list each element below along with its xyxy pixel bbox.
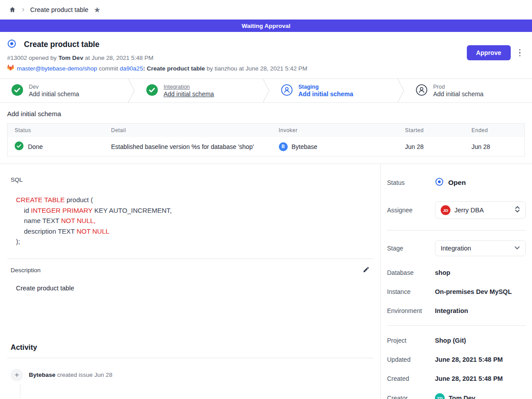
pipeline-stage-bar: Dev Add initial schema Integration Add i… bbox=[0, 78, 532, 103]
issue-title: Create product table bbox=[24, 40, 99, 49]
database-label: Database bbox=[387, 269, 435, 276]
sql-label: SQL bbox=[11, 176, 373, 183]
issue-sidebar: Status Open Assignee JD Jerry DBA bbox=[380, 164, 532, 399]
stage-separator bbox=[262, 79, 270, 102]
creator-label: Creator bbox=[387, 395, 435, 399]
open-status-icon bbox=[435, 177, 444, 188]
bytebase-issue-page: Create product table ★ Waiting Approval … bbox=[0, 0, 532, 399]
edit-pencil-icon[interactable] bbox=[363, 266, 370, 275]
divider bbox=[7, 258, 373, 259]
stage-task-label: Add initial schema bbox=[433, 90, 484, 98]
more-actions-menu[interactable] bbox=[517, 47, 523, 59]
stage-label: Stage bbox=[387, 245, 435, 252]
description-label: Description bbox=[11, 267, 41, 274]
chevron-down-icon bbox=[514, 244, 520, 252]
status-label: Status bbox=[387, 179, 435, 186]
task-status: Done bbox=[28, 143, 43, 150]
activity-title: Activity bbox=[11, 343, 373, 352]
stage-env-label: Integration bbox=[164, 84, 214, 90]
stage-integration[interactable]: Integration Add initial schema bbox=[135, 79, 262, 102]
task-table: Status Detail Invoker Started Ended Done bbox=[7, 123, 525, 156]
status-value: Open bbox=[448, 179, 466, 187]
creator-value: Tom Dev bbox=[449, 395, 475, 399]
invoker-name: Bytebase bbox=[292, 143, 317, 150]
stage-pending-approval-icon bbox=[281, 84, 293, 98]
updown-chevron-icon bbox=[515, 206, 520, 215]
sql-code: CREATE TABLE product (id INTEGER PRIMARY… bbox=[16, 195, 373, 247]
commit-hash-link[interactable]: da90a25 bbox=[120, 65, 143, 72]
commit-branch-link[interactable]: master@bytebase-demo/shop bbox=[17, 65, 97, 72]
invoker-avatar: B bbox=[279, 142, 288, 151]
environment-value: Integration bbox=[435, 307, 468, 314]
breadcrumb: Create product table ★ bbox=[0, 0, 532, 20]
project-value: Shop (Git) bbox=[435, 337, 466, 344]
stage-staging[interactable]: Staging Add initial schema bbox=[270, 79, 397, 102]
stage-separator bbox=[128, 79, 135, 102]
assignee-select[interactable]: JD Jerry DBA bbox=[435, 201, 526, 219]
task-section: Add initial schema Status Detail Invoker… bbox=[0, 103, 532, 164]
gitlab-icon bbox=[7, 64, 14, 72]
assignee-label: Assignee bbox=[387, 207, 435, 214]
created-value: June 28, 2021 5:48 PM bbox=[435, 375, 503, 382]
divider bbox=[387, 325, 526, 326]
stage-value: Integration bbox=[441, 245, 510, 252]
favorite-star-icon[interactable]: ★ bbox=[94, 5, 100, 15]
issue-open-icon bbox=[7, 39, 16, 50]
task-started: Jun 28 bbox=[398, 137, 465, 156]
breadcrumb-title: Create product table bbox=[30, 6, 88, 13]
commit-line: master@bytebase-demo/shop commit da90a25… bbox=[7, 64, 525, 72]
col-detail: Detail bbox=[104, 124, 272, 137]
stage-env-label: Staging bbox=[298, 84, 353, 90]
col-invoker: Invoker bbox=[272, 124, 398, 137]
chevron-right-icon bbox=[20, 7, 26, 12]
environment-label: Environment bbox=[387, 307, 435, 314]
task-ended: Jun 28 bbox=[465, 137, 525, 156]
home-icon[interactable] bbox=[9, 6, 16, 13]
project-label: Project bbox=[387, 337, 435, 344]
divider bbox=[387, 230, 526, 231]
stage-separator bbox=[397, 79, 404, 102]
stage-task-label: Add initial schema bbox=[298, 90, 353, 98]
col-started: Started bbox=[398, 124, 465, 137]
activity-item: + Bytebase created issue Jun 28 bbox=[11, 369, 373, 381]
divider bbox=[7, 358, 373, 358]
instance-value: On-premises Dev MySQL bbox=[435, 288, 512, 295]
main-content: SQL CREATE TABLE product (id INTEGER PRI… bbox=[0, 164, 380, 399]
assignee-avatar: JD bbox=[441, 205, 450, 215]
updated-label: Updated bbox=[387, 356, 435, 363]
stage-select[interactable]: Integration bbox=[435, 240, 526, 256]
done-check-icon bbox=[15, 141, 23, 152]
approval-banner-text: Waiting Approval bbox=[242, 23, 290, 29]
database-value: shop bbox=[435, 269, 450, 276]
task-detail: Established baseline version %s for data… bbox=[104, 137, 272, 156]
commit-message: Create product table bbox=[147, 65, 205, 72]
stage-prod[interactable]: Prod Add initial schema bbox=[404, 79, 532, 102]
stage-dev[interactable]: Dev Add initial schema bbox=[0, 79, 128, 102]
stage-done-icon bbox=[146, 84, 158, 98]
stage-env-label: Prod bbox=[433, 84, 484, 90]
issue-header: Create product table #13002 opened by To… bbox=[0, 32, 532, 78]
updated-value: June 28, 2021 5:48 PM bbox=[435, 356, 503, 363]
instance-label: Instance bbox=[387, 288, 435, 295]
creator-avatar: TD bbox=[435, 393, 445, 399]
approve-button[interactable]: Approve bbox=[467, 45, 511, 60]
activity-create-icon: + bbox=[11, 369, 23, 381]
created-label: Created bbox=[387, 375, 435, 382]
table-row[interactable]: Done Established baseline version %s for… bbox=[8, 137, 525, 156]
issue-author: Tom Dev bbox=[59, 55, 83, 61]
issue-meta: #13002 opened by Tom Dev at June 28, 202… bbox=[7, 55, 525, 61]
description-text: Create product table bbox=[16, 285, 373, 292]
activity-timeline bbox=[20, 384, 20, 399]
assignee-value: Jerry DBA bbox=[454, 207, 511, 214]
col-status: Status bbox=[8, 124, 104, 137]
activity-action: created issue Jun 28 bbox=[57, 372, 113, 378]
stage-done-icon bbox=[12, 84, 23, 98]
col-ended: Ended bbox=[465, 124, 525, 137]
stage-task-label: Add initial schema bbox=[164, 90, 214, 98]
activity-actor: Bytebase bbox=[29, 372, 55, 378]
stage-pending-icon bbox=[416, 84, 427, 98]
stage-task-label: Add initial schema bbox=[29, 90, 79, 98]
stage-env-label: Dev bbox=[29, 84, 79, 90]
approval-banner: Waiting Approval bbox=[0, 20, 532, 32]
task-section-title: Add initial schema bbox=[7, 110, 525, 117]
